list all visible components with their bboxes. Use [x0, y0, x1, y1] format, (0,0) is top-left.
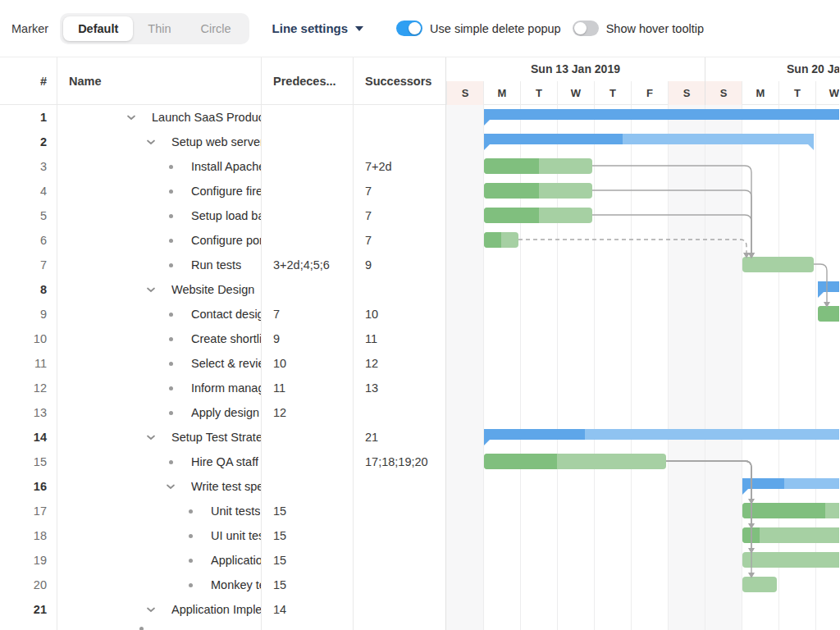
task-name-label: Application Impleme...: [171, 603, 262, 616]
table-row[interactable]: 5Setup load balancer7: [0, 203, 445, 228]
task-bar[interactable]: [818, 306, 839, 322]
task-bar[interactable]: [484, 158, 592, 174]
task-name-label: Inform managem...: [191, 381, 262, 395]
segment-thin[interactable]: Thin: [133, 16, 185, 41]
table-row[interactable]: 1Launch SaaS Product: [0, 105, 445, 130]
table-row[interactable]: 15Hire QA staff17;18;19;20: [0, 450, 445, 474]
simple-delete-toggle[interactable]: [396, 21, 422, 36]
row-number: 15: [0, 455, 57, 468]
table-row[interactable]: 20Monkey tests15: [0, 573, 445, 597]
task-name-cell: Setup load balancer: [57, 209, 262, 222]
task-name-label: Launch SaaS Product: [152, 111, 262, 124]
collapse-chevron-icon[interactable]: [146, 606, 156, 613]
chart-body: [446, 105, 839, 630]
collapse-chevron-icon[interactable]: [166, 483, 176, 490]
table-row-partial: [0, 622, 445, 630]
toolbar: Marker Default Thin Circle Line settings…: [0, 0, 840, 57]
task-bar[interactable]: [484, 232, 518, 248]
column-header-predecessors[interactable]: Predeces...: [262, 75, 354, 88]
day-header-cell: T: [594, 81, 631, 105]
task-name-label: Select & review fin...: [191, 357, 262, 370]
bullet-icon: [166, 239, 176, 243]
table-row[interactable]: 12Inform managem...1113: [0, 376, 445, 400]
column-header-successors[interactable]: Successors: [354, 75, 445, 88]
summary-bar[interactable]: [742, 478, 839, 489]
table-row[interactable]: 16Write test specs: [0, 474, 445, 499]
table-row[interactable]: 10Create shortlist of t...911: [0, 326, 445, 351]
summary-bar[interactable]: [484, 134, 814, 144]
line-settings-dropdown[interactable]: Line settings: [272, 21, 364, 35]
task-name-cell: Apply design to w...: [57, 406, 262, 419]
predecessors-cell: 15: [262, 529, 354, 542]
segment-default[interactable]: Default: [63, 16, 133, 41]
task-name-cell: Contact designers: [57, 308, 262, 321]
collapse-chevron-icon[interactable]: [146, 286, 156, 293]
task-grid: # Name Predeces... Successors 1Launch Sa…: [0, 57, 445, 630]
task-bar[interactable]: [742, 577, 777, 592]
hover-tooltip-toggle[interactable]: [573, 21, 599, 36]
table-row[interactable]: 6Configure ports7: [0, 228, 445, 253]
task-bar[interactable]: [742, 527, 839, 543]
table-row[interactable]: 13Apply design to w...12: [0, 400, 445, 425]
row-number: 17: [0, 504, 57, 518]
predecessors-cell: 11: [262, 381, 354, 395]
line-settings-label: Line settings: [272, 21, 349, 35]
table-row[interactable]: 3Install Apache7+2d: [0, 154, 445, 179]
table-row[interactable]: 18UI unit tests / in...15: [0, 523, 445, 548]
collapse-chevron-icon[interactable]: [146, 434, 156, 441]
row-number: 5: [0, 209, 57, 222]
row-number: 13: [0, 406, 57, 419]
table-row[interactable]: 7Run tests3+2d;4;5;69: [0, 253, 445, 277]
table-row[interactable]: 9Contact designers710: [0, 302, 445, 326]
collapse-chevron-icon[interactable]: [126, 114, 136, 121]
row-number: 7: [0, 258, 57, 272]
day-header-cell: F: [631, 81, 668, 105]
task-bar[interactable]: [484, 454, 666, 469]
row-number: 1: [0, 111, 57, 124]
row-number: 10: [0, 332, 57, 345]
day-header-cell: W: [557, 81, 594, 105]
marker-segmented-control: Default Thin Circle: [60, 13, 249, 44]
bar-progress: [484, 429, 585, 440]
segment-circle[interactable]: Circle: [186, 16, 246, 41]
table-row[interactable]: 8Website Design: [0, 277, 445, 302]
column-header-number[interactable]: #: [0, 75, 57, 88]
task-name-label: UI unit tests / in...: [211, 529, 262, 542]
predecessors-cell: 12: [262, 406, 354, 419]
collapse-chevron-icon[interactable]: [146, 139, 156, 145]
predecessors-cell: 15: [262, 578, 354, 591]
task-bar[interactable]: [742, 552, 839, 568]
row-number: 16: [0, 480, 57, 493]
bullet-icon: [185, 583, 195, 587]
table-row[interactable]: 19Application tests15: [0, 548, 445, 573]
gantt-app: Marker Default Thin Circle Line settings…: [0, 0, 840, 630]
table-row[interactable]: 21Application Impleme...14: [0, 597, 445, 622]
task-bar[interactable]: [742, 257, 814, 272]
task-name-cell: UI unit tests / in...: [57, 529, 262, 542]
day-header-cell: T: [520, 81, 557, 105]
table-row[interactable]: 4Configure firewall7: [0, 179, 445, 203]
table-row[interactable]: 11Select & review fin...1012: [0, 351, 445, 376]
row-number: 8: [0, 283, 57, 296]
day-header-cell: M: [742, 81, 778, 105]
task-bar[interactable]: [484, 208, 592, 223]
task-name-label: Monkey tests: [211, 578, 262, 591]
table-row[interactable]: 14Setup Test Strategy21: [0, 425, 445, 450]
bullet-icon: [166, 460, 176, 464]
table-row[interactable]: 17Unit tests15: [0, 499, 445, 523]
task-name-label: Hire QA staff: [191, 455, 258, 468]
timeline-chart: Sun 13 Jan 2019SMTWTFSSun 20 JaSMTW: [445, 57, 839, 630]
summary-bar[interactable]: [484, 109, 839, 120]
summary-bar[interactable]: [484, 429, 839, 440]
task-bar[interactable]: [484, 183, 592, 199]
toggle-knob: [574, 22, 587, 34]
table-row[interactable]: 2Setup web server: [0, 130, 445, 154]
day-header-cell: W: [815, 81, 839, 105]
summary-bar[interactable]: [818, 281, 839, 292]
task-name-cell: Unit tests: [57, 504, 262, 518]
task-bar[interactable]: [742, 503, 839, 518]
task-name-cell: Write test specs: [57, 480, 262, 493]
bar-progress: [484, 232, 501, 248]
bar-progress: [484, 158, 539, 174]
column-header-name[interactable]: Name: [57, 75, 262, 88]
